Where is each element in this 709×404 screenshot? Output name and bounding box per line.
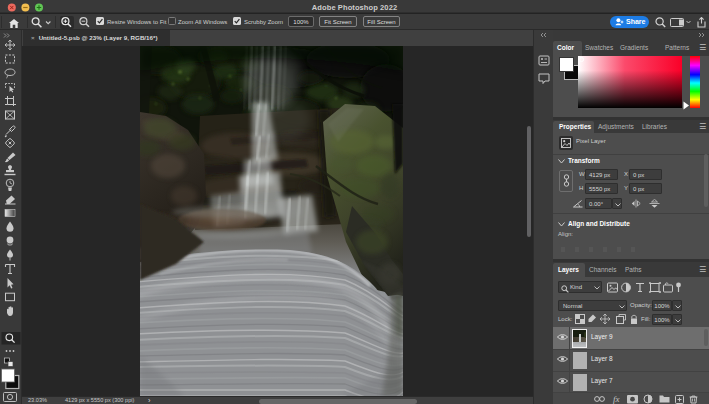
svg-text:fx: fx (613, 394, 620, 404)
